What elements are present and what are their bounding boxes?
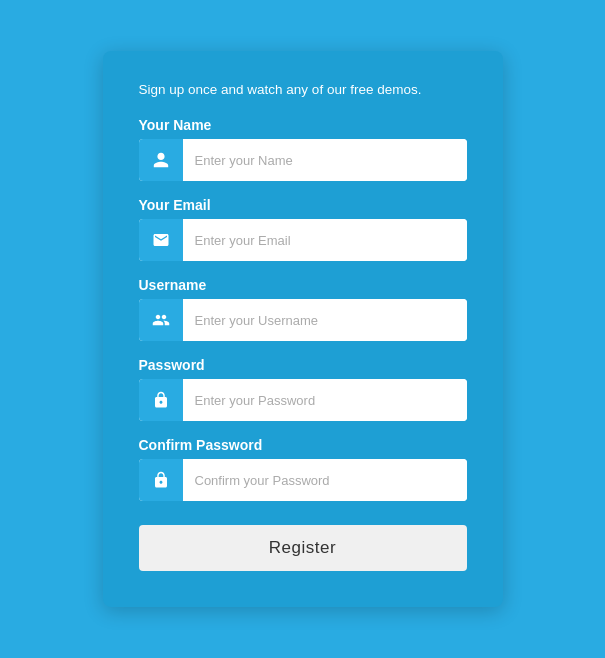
email-input-wrapper bbox=[139, 219, 467, 261]
password-input[interactable] bbox=[183, 379, 467, 421]
username-field-group: Username bbox=[139, 277, 467, 341]
password-input-wrapper bbox=[139, 379, 467, 421]
confirm-password-label: Confirm Password bbox=[139, 437, 467, 453]
confirm-password-input[interactable] bbox=[183, 459, 467, 501]
person-icon bbox=[139, 139, 183, 181]
password-label: Password bbox=[139, 357, 467, 373]
confirm-lock-icon bbox=[139, 459, 183, 501]
password-field-group: Password bbox=[139, 357, 467, 421]
confirm-password-input-wrapper bbox=[139, 459, 467, 501]
name-input[interactable] bbox=[183, 139, 467, 181]
group-icon bbox=[139, 299, 183, 341]
lock-icon bbox=[139, 379, 183, 421]
tagline: Sign up once and watch any of our free d… bbox=[139, 81, 467, 100]
name-label: Your Name bbox=[139, 117, 467, 133]
username-input-wrapper bbox=[139, 299, 467, 341]
name-input-wrapper bbox=[139, 139, 467, 181]
email-icon bbox=[139, 219, 183, 261]
register-button[interactable]: Register bbox=[139, 525, 467, 571]
username-label: Username bbox=[139, 277, 467, 293]
registration-form: Sign up once and watch any of our free d… bbox=[103, 51, 503, 608]
email-label: Your Email bbox=[139, 197, 467, 213]
email-field-group: Your Email bbox=[139, 197, 467, 261]
confirm-password-field-group: Confirm Password bbox=[139, 437, 467, 501]
name-field-group: Your Name bbox=[139, 117, 467, 181]
email-input[interactable] bbox=[183, 219, 467, 261]
username-input[interactable] bbox=[183, 299, 467, 341]
